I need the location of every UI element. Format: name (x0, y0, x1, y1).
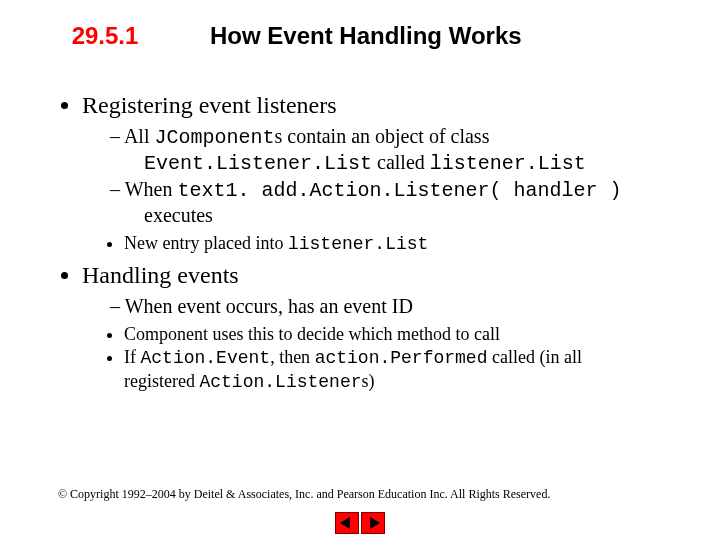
text: s) (362, 371, 375, 391)
text: called (in all (487, 347, 581, 367)
prev-button[interactable] (335, 512, 359, 534)
slide: 29.5.1 How Event Handling Works Register… (0, 0, 720, 540)
sub-bullet: Component uses this to decide which meth… (124, 323, 660, 346)
code: listener.List (288, 234, 428, 254)
slide-header: 29.5.1 How Event Handling Works (0, 0, 720, 50)
next-button[interactable] (361, 512, 385, 534)
text: New entry placed into (124, 233, 288, 253)
dash-item: All JComponents contain an object of cla… (110, 124, 660, 176)
code: action.Performed (315, 348, 488, 368)
line2: Event.Listener.List called listener.List (126, 150, 660, 176)
bullet-text: Handling events (82, 262, 239, 288)
text: called (372, 151, 430, 173)
text: registered (124, 371, 199, 391)
text: All (124, 125, 155, 147)
code: Action.Event (141, 348, 271, 368)
bullet-handling: Handling events When event occurs, has a… (82, 260, 660, 394)
code: listener.List (430, 152, 586, 175)
section-number: 29.5.1 (0, 22, 210, 50)
copyright-notice: © Copyright 1992–2004 by Deitel & Associ… (58, 487, 550, 502)
bullet-text: Registering event listeners (82, 92, 337, 118)
text: s contain an object of class (275, 125, 490, 147)
nav-controls (0, 512, 720, 534)
bullet-registering: Registering event listeners All JCompone… (82, 90, 660, 256)
code: Event.Listener.List (144, 152, 372, 175)
triangle-right-icon (370, 517, 380, 529)
slide-title: How Event Handling Works (210, 22, 522, 50)
dash-item: When text1. add.Action.Listener( handler… (110, 177, 660, 228)
code: text1. add.Action.Listener( handler ) (177, 179, 621, 202)
triangle-left-icon (340, 517, 350, 529)
text: , then (270, 347, 315, 367)
dash-item: When event occurs, has an event ID (110, 294, 660, 319)
code: Action.Listener (199, 372, 361, 392)
text: If (124, 347, 141, 367)
slide-body: Registering event listeners All JCompone… (0, 50, 720, 393)
code: JComponent (154, 126, 274, 149)
sub-bullet: If Action.Event, then action.Performed c… (124, 346, 660, 393)
text: When (125, 178, 178, 200)
sub-bullet: New entry placed into listener.List (124, 232, 660, 256)
line2: executes (126, 203, 660, 228)
